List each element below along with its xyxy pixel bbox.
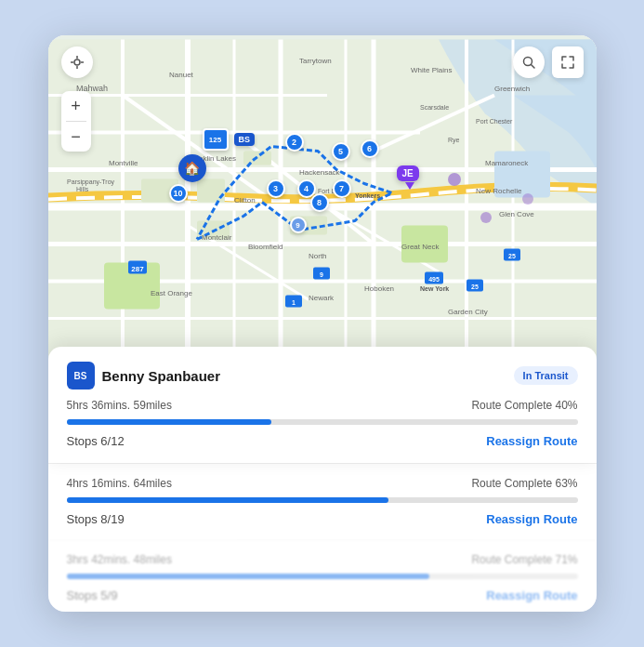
driver-name-1: Benny Spanbauer xyxy=(102,368,221,384)
stops-text-2: Stops 8/19 xyxy=(67,512,125,526)
marker-je[interactable]: JE xyxy=(397,165,419,181)
svg-text:Great Neck: Great Neck xyxy=(401,243,440,251)
svg-text:New York: New York xyxy=(420,285,449,292)
route-card-1: BS Benny Spanbauer In Transit 5hrs 36min… xyxy=(48,347,597,463)
svg-text:9: 9 xyxy=(320,271,323,278)
map-controls-top xyxy=(48,46,597,78)
svg-text:Mamaroneck: Mamaroneck xyxy=(485,159,529,167)
expand-map-button[interactable] xyxy=(552,46,584,78)
progress-fill-2 xyxy=(67,497,389,503)
route-card-3: 3hrs 42mins. 48miles Route Complete 71% … xyxy=(48,539,597,612)
marker-9[interactable]: 9 xyxy=(290,217,307,233)
svg-point-69 xyxy=(74,59,80,65)
marker-home[interactable]: 🏠 xyxy=(178,154,206,182)
svg-line-75 xyxy=(531,65,534,69)
progress-fill-3 xyxy=(67,574,430,579)
svg-text:Hills: Hills xyxy=(76,186,89,192)
progress-bar-2 xyxy=(67,497,578,503)
svg-text:Bloomfield: Bloomfield xyxy=(248,243,283,251)
je-pin xyxy=(405,182,414,190)
reassign-route-button-2[interactable]: Reassign Route xyxy=(486,512,577,526)
svg-text:Hackensack: Hackensack xyxy=(299,168,341,177)
driver-info-1: BS Benny Spanbauer xyxy=(67,362,221,390)
card-footer-3: Stops 5/9 Reassign Route xyxy=(67,588,578,602)
card-footer-2: Stops 8/19 Reassign Route xyxy=(67,512,578,526)
svg-text:Hoboken: Hoboken xyxy=(364,284,394,293)
svg-text:Garden City: Garden City xyxy=(448,308,488,316)
card-footer-1: Stops 6/12 Reassign Route xyxy=(67,434,578,448)
svg-text:287: 287 xyxy=(131,265,144,273)
location-button[interactable] xyxy=(61,46,93,78)
reassign-route-button-3[interactable]: Reassign Route xyxy=(486,588,577,602)
svg-text:Newark: Newark xyxy=(309,294,335,302)
map-area: Mahwah Nanuet Tarrytown White Plains Gre… xyxy=(48,35,597,360)
cards-container: BS Benny Spanbauer In Transit 5hrs 36min… xyxy=(48,360,597,612)
progress-fill-1 xyxy=(67,419,271,425)
marker-8[interactable]: 8 xyxy=(310,193,329,212)
marker-6[interactable]: 6 xyxy=(361,139,379,158)
marker-extra-2 xyxy=(480,212,492,223)
svg-text:Parsippany-Troy: Parsippany-Troy xyxy=(67,178,115,186)
svg-text:Clifton: Clifton xyxy=(234,196,256,205)
svg-text:North: North xyxy=(309,252,327,260)
route-stats-2: 4hrs 16mins. 64miles Route Complete 63% xyxy=(67,477,578,490)
driver-avatar-1: BS xyxy=(67,362,95,390)
svg-text:Glen Cove: Glen Cove xyxy=(499,210,534,218)
svg-text:Scarsdale: Scarsdale xyxy=(420,104,449,111)
status-badge-1: In Transit xyxy=(514,366,578,385)
svg-text:New Rochelle: New Rochelle xyxy=(476,187,522,195)
svg-text:Greenwich: Greenwich xyxy=(494,85,530,93)
app-frame: Mahwah Nanuet Tarrytown White Plains Gre… xyxy=(48,35,597,612)
marker-extra-1 xyxy=(448,173,461,186)
svg-text:Port Chester: Port Chester xyxy=(476,118,513,125)
marker-5[interactable]: 5 xyxy=(332,142,350,161)
zoom-controls: + − xyxy=(61,91,91,152)
zoom-out-button[interactable]: − xyxy=(61,122,91,152)
svg-text:25: 25 xyxy=(471,284,479,290)
marker-3[interactable]: 3 xyxy=(267,179,285,198)
zoom-in-button[interactable]: + xyxy=(61,91,91,121)
svg-rect-25 xyxy=(197,179,225,203)
svg-text:1: 1 xyxy=(292,299,296,306)
svg-text:East Orange: East Orange xyxy=(151,289,192,297)
card-header-1: BS Benny Spanbauer In Transit xyxy=(67,362,578,390)
marker-bs[interactable]: BS xyxy=(234,133,256,146)
reassign-route-button-1[interactable]: Reassign Route xyxy=(486,434,577,448)
progress-bar-3 xyxy=(67,574,578,579)
svg-text:Montclair: Montclair xyxy=(202,233,232,242)
search-map-button[interactable] xyxy=(513,46,545,78)
stops-text-1: Stops 6/12 xyxy=(67,434,125,448)
marker-2[interactable]: 2 xyxy=(285,133,304,152)
svg-text:Rye: Rye xyxy=(448,137,460,144)
marker-extra-3 xyxy=(522,193,533,205)
stops-text-3: Stops 5/9 xyxy=(67,588,118,602)
route-card-2: 4hrs 16mins. 64miles Route Complete 63% … xyxy=(48,463,597,539)
svg-text:Montville: Montville xyxy=(109,159,138,167)
svg-text:25: 25 xyxy=(508,253,516,259)
route-stats-3: 3hrs 42mins. 48miles Route Complete 71% xyxy=(67,553,578,566)
marker-7[interactable]: 7 xyxy=(333,179,351,198)
marker-10[interactable]: 10 xyxy=(169,184,188,203)
route-stats-1: 5hrs 36mins. 59miles Route Complete 40% xyxy=(67,399,578,412)
svg-text:495: 495 xyxy=(428,276,440,283)
marker-125[interactable]: 125 xyxy=(203,128,229,151)
progress-bar-1 xyxy=(67,419,578,425)
svg-text:Yonkers: Yonkers xyxy=(355,192,380,199)
